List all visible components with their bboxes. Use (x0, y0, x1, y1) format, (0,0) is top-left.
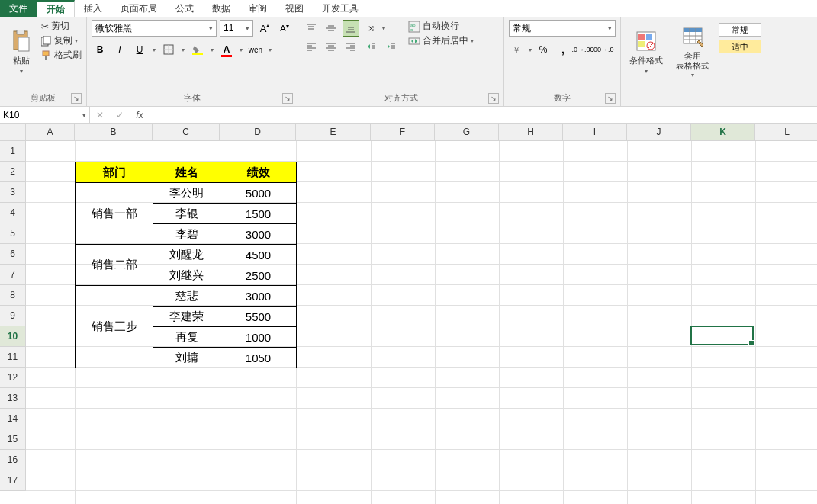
row-header-16[interactable]: 16 (0, 450, 26, 470)
decrease-decimal-button[interactable]: .00→.0 (594, 41, 611, 58)
name-cell[interactable]: 刘醒龙 (153, 245, 220, 265)
row-header-2[interactable]: 2 (0, 162, 26, 182)
row-header-1[interactable]: 1 (0, 141, 26, 162)
orientation-button[interactable]: ⤭ (362, 20, 379, 37)
increase-indent-button[interactable] (382, 38, 399, 55)
formula-input[interactable] (150, 107, 817, 123)
col-header-L[interactable]: L (755, 124, 817, 141)
underline-button[interactable]: U (131, 41, 148, 58)
font-size-select[interactable]: 11▾ (220, 20, 253, 37)
chevron-down-icon[interactable]: ▾ (267, 47, 273, 53)
number-format-select[interactable]: 常规▾ (509, 20, 616, 37)
select-all-corner[interactable] (0, 124, 26, 141)
cell-style-normal[interactable]: 常规 (719, 23, 761, 37)
col-header-J[interactable]: J (627, 124, 691, 141)
row-header-8[interactable]: 8 (0, 285, 26, 306)
percent-button[interactable]: % (535, 41, 552, 58)
align-middle-button[interactable] (323, 20, 339, 37)
borders-button[interactable] (160, 41, 177, 58)
name-cell[interactable]: 李建荣 (153, 307, 220, 327)
accounting-format-button[interactable]: ￥ (509, 41, 526, 58)
row-header-10[interactable]: 10 (0, 326, 26, 347)
table-format-button[interactable]: 套用 表格格式 ▾ (670, 20, 716, 84)
row-header-11[interactable]: 11 (0, 347, 26, 368)
bold-button[interactable]: B (92, 41, 108, 58)
tab-home[interactable]: 开始 (37, 0, 75, 17)
tab-review[interactable]: 审阅 (240, 0, 276, 17)
perf-cell[interactable]: 5000 (220, 183, 297, 204)
align-center-button[interactable] (323, 38, 339, 55)
perf-cell[interactable]: 2500 (220, 265, 297, 286)
align-bottom-button[interactable] (343, 20, 359, 37)
alignment-dialog-launcher[interactable]: ↘ (488, 93, 499, 104)
cancel-formula-button[interactable]: ✕ (90, 107, 110, 123)
copy-button[interactable]: 复制 ▾ (41, 34, 82, 47)
font-family-select[interactable]: 微软雅黑▾ (92, 20, 217, 37)
dept-cell[interactable]: 销售一部 (76, 183, 153, 245)
clipboard-dialog-launcher[interactable]: ↘ (71, 93, 82, 104)
row-header-6[interactable]: 6 (0, 244, 26, 265)
col-header-E[interactable]: E (296, 124, 371, 141)
chevron-down-icon[interactable]: ▾ (529, 47, 532, 53)
col-header-D[interactable]: D (220, 124, 296, 141)
tab-formulas[interactable]: 公式 (166, 0, 203, 17)
tab-page-layout[interactable]: 页面布局 (111, 0, 166, 17)
italic-button[interactable]: I (111, 41, 128, 58)
name-cell[interactable]: 刘墉 (153, 348, 220, 368)
col-header-I[interactable]: I (563, 124, 627, 141)
table-header[interactable]: 姓名 (153, 162, 220, 183)
row-header-9[interactable]: 9 (0, 306, 26, 326)
col-header-B[interactable]: B (75, 124, 153, 141)
comma-button[interactable]: , (555, 41, 571, 58)
name-cell[interactable]: 李碧 (153, 224, 220, 245)
number-dialog-launcher[interactable]: ↘ (605, 93, 616, 104)
row-header-5[interactable]: 5 (0, 223, 26, 244)
row-header-17[interactable]: 17 (0, 470, 26, 491)
col-header-A[interactable]: A (26, 124, 75, 141)
name-cell[interactable]: 慈悲 (153, 286, 220, 307)
row-header-14[interactable]: 14 (0, 409, 26, 429)
chevron-down-icon[interactable]: ▾ (238, 47, 244, 53)
tab-developer[interactable]: 开发工具 (313, 0, 368, 17)
row-header-15[interactable]: 15 (0, 429, 26, 450)
chevron-down-icon[interactable]: ▾ (151, 47, 157, 53)
row-header-3[interactable]: 3 (0, 182, 26, 203)
row-header-7[interactable]: 7 (0, 265, 26, 285)
paste-button[interactable]: 粘贴 ▾ (5, 20, 38, 84)
perf-cell[interactable]: 1500 (220, 204, 297, 224)
decrease-indent-button[interactable] (362, 38, 379, 55)
perf-cell[interactable]: 3000 (220, 224, 297, 245)
perf-cell[interactable]: 1050 (220, 348, 297, 368)
increase-font-button[interactable]: A▴ (256, 20, 273, 37)
format-painter-button[interactable]: 格式刷 (41, 49, 82, 62)
dept-cell[interactable]: 销售二部 (76, 245, 153, 286)
cells-area[interactable]: 部门姓名绩效销售一部李公明5000李银1500李碧3000销售二部刘醒龙4500… (26, 141, 817, 504)
table-header[interactable]: 部门 (76, 162, 153, 183)
tab-insert[interactable]: 插入 (75, 0, 111, 17)
row-header-13[interactable]: 13 (0, 388, 26, 409)
tab-data[interactable]: 数据 (203, 0, 240, 17)
tab-view[interactable]: 视图 (276, 0, 313, 17)
row-header-4[interactable]: 4 (0, 203, 26, 223)
col-header-H[interactable]: H (499, 124, 563, 141)
col-header-C[interactable]: C (153, 124, 220, 141)
perf-cell[interactable]: 5500 (220, 307, 297, 327)
name-cell[interactable]: 再复 (153, 327, 220, 348)
cut-button[interactable]: ✂ 剪切 (41, 20, 82, 33)
accept-formula-button[interactable]: ✓ (110, 107, 130, 123)
name-cell[interactable]: 李公明 (153, 183, 220, 204)
chevron-down-icon[interactable]: ▾ (209, 47, 215, 53)
perf-cell[interactable]: 1000 (220, 327, 297, 348)
chevron-down-icon[interactable]: ▾ (180, 47, 186, 53)
col-header-F[interactable]: F (371, 124, 435, 141)
fill-color-button[interactable] (189, 41, 206, 58)
conditional-format-button[interactable]: 条件格式 ▾ (626, 20, 667, 84)
decrease-font-button[interactable]: A▾ (276, 20, 293, 37)
align-right-button[interactable] (343, 38, 359, 55)
table-header[interactable]: 绩效 (220, 162, 297, 183)
font-color-button[interactable]: A (218, 41, 235, 58)
row-header-12[interactable]: 12 (0, 368, 26, 388)
chevron-down-icon[interactable]: ▾ (382, 25, 385, 32)
merge-center-button[interactable]: 合并后居中 ▾ (408, 34, 474, 47)
align-top-button[interactable] (303, 20, 320, 37)
